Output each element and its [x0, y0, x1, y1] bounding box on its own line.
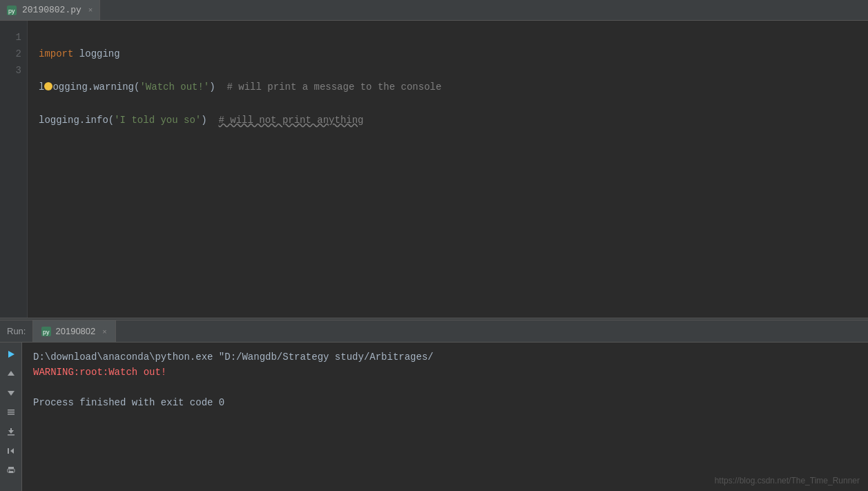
play-icon [7, 350, 15, 358]
svg-marker-13 [10, 448, 14, 454]
list-icon [7, 408, 15, 416]
svg-marker-4 [8, 351, 15, 358]
python-file-icon: py [7, 6, 17, 15]
code-line-3: logging.info('I told you so') # will not… [39, 112, 857, 128]
svg-rect-14 [8, 448, 9, 454]
svg-rect-11 [10, 428, 12, 432]
svg-rect-9 [8, 414, 15, 415]
print-icon [7, 466, 15, 474]
svg-text:py: py [43, 329, 50, 336]
run-down-button[interactable] [3, 385, 19, 401]
svg-rect-7 [8, 410, 15, 411]
svg-rect-12 [8, 434, 15, 436]
svg-rect-17 [9, 471, 13, 473]
line-number-1: 1 [6, 29, 21, 46]
line-number-2: 2 [6, 46, 21, 62]
line-numbers: 1 2 3 [0, 21, 28, 318]
string-told: 'I told you so' [114, 115, 201, 126]
run-output: D:\download\anaconda\python.exe "D:/Wang… [22, 343, 868, 491]
run-up-button[interactable] [3, 366, 19, 381]
left-arrow-icon [7, 447, 15, 455]
editor-tab-bar: py 20190802.py × [0, 0, 868, 21]
run-tab-bar: Run: py 20190802 × [0, 320, 868, 343]
string-watch-out: 'Watch out!' [139, 81, 209, 93]
svg-rect-18 [9, 470, 10, 471]
run-list-button[interactable] [3, 405, 19, 420]
run-content: D:\download\anaconda\python.exe "D:/Wang… [0, 343, 868, 491]
run-tab-label: 20190802 [55, 326, 95, 336]
run-download-button[interactable] [3, 424, 19, 439]
run-panel: Run: py 20190802 × [0, 320, 868, 491]
file-tab[interactable]: py 20190802.py × [0, 0, 100, 20]
code-line-2: logging.warning('Watch out!') # will pri… [39, 79, 857, 95]
run-warning-line: WARNING:root:Watch out! [33, 365, 857, 380]
line-number-3: 3 [6, 62, 21, 79]
run-print-button[interactable] [3, 463, 19, 478]
run-sidebar [0, 343, 22, 491]
download-icon [7, 427, 15, 436]
bulb-icon [44, 82, 52, 90]
svg-text:py: py [8, 8, 15, 15]
svg-marker-6 [8, 391, 15, 396]
run-process-line: Process finished with exit code 0 [33, 395, 857, 410]
code-line-1: import logging [39, 46, 857, 62]
arrow-down-icon [7, 389, 15, 397]
run-cmd-line: D:\download\anaconda\python.exe "D:/Wang… [33, 349, 857, 365]
svg-rect-8 [8, 412, 15, 413]
python-run-icon: py [41, 327, 51, 336]
run-empty-line [33, 380, 857, 395]
code-editor[interactable]: import logging logging.warning('Watch ou… [28, 21, 868, 318]
watermark: https://blog.csdn.net/The_Time_Runner [715, 476, 860, 485]
tab-close-button[interactable]: × [88, 6, 93, 15]
svg-marker-5 [8, 371, 15, 376]
run-label: Run: [0, 320, 33, 342]
comment-line3: # will not print anything [218, 115, 363, 126]
editor-area: 1 2 3 import logging logging.warning('Wa… [0, 21, 868, 318]
comment-line2: # will print a message to the console [226, 81, 441, 93]
run-play-button[interactable] [3, 347, 19, 362]
tab-filename: 20190802.py [22, 5, 81, 15]
run-tab-close[interactable]: × [102, 327, 106, 336]
run-left-arrow-button[interactable] [3, 443, 19, 459]
arrow-up-icon [7, 369, 15, 378]
run-tab[interactable]: py 20190802 × [33, 320, 115, 342]
keyword-import: import [39, 48, 73, 59]
